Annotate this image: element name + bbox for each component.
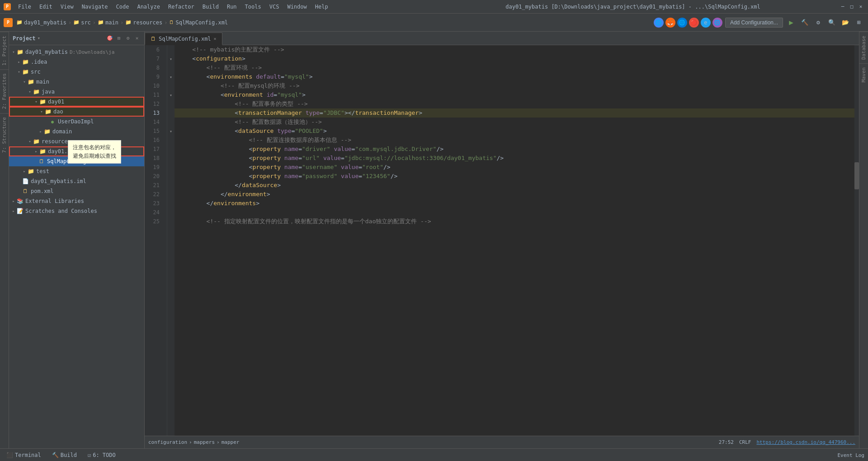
maximize-button[interactable]: □: [848, 3, 855, 10]
menu-run[interactable]: Run: [223, 3, 241, 11]
menu-analyze[interactable]: Analyze: [133, 3, 164, 11]
code-line-19: <property name="username" value="root"/>: [175, 163, 854, 172]
editor-scrollbar-thumb[interactable]: [854, 162, 859, 189]
breadcrumb-file[interactable]: SqlMapConfig.xml: [175, 19, 228, 26]
build-panel-button[interactable]: 🔨 Build: [49, 451, 80, 459]
window-title: day01_mybatis [D:\Downloads\java_project…: [427, 4, 839, 10]
tab-close-button[interactable]: ✕: [214, 36, 217, 41]
code-line-15: <dataSource type="POOLED">: [175, 127, 854, 136]
status-bar: configuration › mappers › mapper 27:52 C…: [145, 436, 859, 448]
fold-indicator-11[interactable]: ▾: [167, 90, 175, 99]
breadcrumb-mappers[interactable]: mappers: [194, 439, 215, 445]
breadcrumb-project[interactable]: day01_mybatis: [24, 19, 66, 26]
tree-label-domain: domain: [52, 128, 72, 135]
tree-item-main[interactable]: ▾ 📁 main: [9, 77, 144, 87]
minimize-button[interactable]: ─: [839, 3, 846, 10]
other-browser-icon[interactable]: 🌐: [712, 18, 722, 28]
tree-item-domain[interactable]: ▸ 📁 domain: [9, 127, 144, 136]
menu-window[interactable]: Window: [283, 3, 310, 11]
code-content[interactable]: <!-- mybatis的主配置文件 --> <configuration> <…: [175, 45, 854, 436]
menu-view[interactable]: View: [57, 3, 77, 11]
code-line-23: </environments>: [175, 199, 854, 208]
favorites-panel-tab[interactable]: 2: Favorites: [0, 69, 9, 113]
tree-item-test[interactable]: ▸ 📁 test: [9, 166, 144, 176]
tree-item-java[interactable]: ▾ 📁 java: [9, 87, 144, 97]
tree-item-pom[interactable]: 🗒 pom.xml: [9, 186, 144, 196]
breadcrumb-src[interactable]: src: [81, 19, 91, 26]
toolbar-logo: P: [4, 18, 13, 27]
tree-item-external-libraries[interactable]: ▸ 📚 External Libraries: [9, 196, 144, 206]
menu-build[interactable]: Build: [199, 3, 222, 11]
event-log-button[interactable]: Event Log: [837, 452, 864, 458]
fold-indicator-9[interactable]: ▾: [167, 72, 175, 81]
project-panel-tab[interactable]: 1: Project: [0, 32, 9, 69]
tree-item-day01[interactable]: ▾ 📁 day01: [9, 97, 144, 107]
expand-all-button[interactable]: ⊞: [115, 35, 123, 42]
add-configuration-button[interactable]: Add Configuration...: [725, 18, 783, 28]
scratches-icon: 📝: [16, 207, 24, 215]
annotation-line1: 注意包名的对应，: [73, 143, 116, 152]
edge-icon[interactable]: 🌐: [677, 18, 687, 28]
code-line-10: <!-- 配置mysql的环境 -->: [175, 81, 854, 90]
todo-button[interactable]: ☑ 6: TODO: [85, 451, 118, 459]
menu-refactor[interactable]: Refactor: [165, 3, 198, 11]
fold-indicator-7[interactable]: ▾: [167, 54, 175, 63]
tree-item-idea[interactable]: ▸ 📁 .idea: [9, 57, 144, 67]
terminal-button[interactable]: ⬛ Terminal: [4, 451, 44, 459]
open-file-button[interactable]: 📂: [840, 17, 851, 28]
tree-item-userdaoimpl[interactable]: ● UserDaoImpl: [9, 117, 144, 127]
window-controls: ─ □ ✕: [839, 3, 864, 10]
breadcrumb-main[interactable]: main: [105, 19, 118, 26]
settings-button[interactable]: ⚙: [813, 17, 824, 28]
chrome-icon[interactable]: 🌐: [654, 18, 664, 28]
status-link[interactable]: https://blog.csdn.io/qq_447960...: [756, 439, 855, 445]
ie-icon[interactable]: e: [701, 18, 711, 28]
tree-label-idea: .idea: [31, 59, 47, 65]
tree-item-dao[interactable]: ▾ 📁 dao: [9, 107, 144, 117]
main-toolbar: P 📁 day01_mybatis › 📁 src › 📁 main › 📁 r…: [0, 14, 868, 32]
database-panel-tab[interactable]: Database: [859, 32, 868, 63]
menu-navigate[interactable]: Navigate: [78, 3, 112, 11]
menu-vcs[interactable]: VCS: [266, 3, 283, 11]
maven-panel-tab[interactable]: Maven: [859, 63, 868, 86]
close-button[interactable]: ✕: [857, 3, 864, 10]
tree-label-java: java: [42, 89, 55, 95]
search-everywhere-button[interactable]: 🔍: [826, 17, 837, 28]
folder-java-icon: 📁: [33, 88, 40, 95]
menu-help[interactable]: Help: [311, 3, 332, 11]
run-button[interactable]: ▶: [786, 17, 797, 28]
build-button[interactable]: 🔨: [799, 17, 810, 28]
tree-item-src[interactable]: ▾ 📁 src: [9, 67, 144, 77]
left-vertical-tabs: 1: Project 2: Favorites 7: Structure: [0, 32, 9, 448]
project-tree: ▾ 📁 day01_mybatis D:\Downloads\ja ▸ 📁 .i…: [9, 45, 144, 448]
breadcrumb: 📁 day01_mybatis › 📁 src › 📁 main › 📁 res…: [16, 19, 228, 26]
folder-src-icon: 📁: [22, 68, 29, 75]
code-line-20: <property name="password" value="123456"…: [175, 172, 854, 181]
layout-button[interactable]: ⊞: [854, 17, 864, 28]
iml-file-icon: 📄: [22, 178, 29, 185]
editor-area: 🗒 SqlMapConfig.xml ✕ 6 7 8 9 10 11 12 13…: [145, 32, 859, 448]
locate-file-button[interactable]: 🎯: [106, 35, 113, 42]
breadcrumb-resources[interactable]: resources: [133, 19, 162, 26]
menu-file[interactable]: File: [14, 3, 35, 11]
panel-settings-button[interactable]: ⚙: [124, 35, 132, 42]
editor-scrollbar[interactable]: [854, 45, 859, 436]
fold-indicator-15[interactable]: ▾: [167, 127, 175, 136]
tree-item-iml[interactable]: 📄 day01_mybatis.iml: [9, 176, 144, 186]
folder-domain-icon: 📁: [43, 128, 51, 135]
close-panel-button[interactable]: ✕: [133, 35, 141, 42]
menu-code[interactable]: Code: [113, 3, 133, 11]
editor-tab-sqlmapconfig[interactable]: 🗒 SqlMapConfig.xml ✕: [145, 33, 222, 45]
code-line-11: <environment id="mysql">: [175, 90, 854, 99]
opera-icon[interactable]: 🔴: [689, 18, 699, 28]
code-line-8: <!-- 配置环境 -->: [175, 63, 854, 72]
firefox-icon[interactable]: 🦊: [665, 18, 675, 28]
menu-edit[interactable]: Edit: [36, 3, 56, 11]
breadcrumb-mapper[interactable]: mapper: [222, 439, 240, 445]
bottom-bar: ⬛ Terminal 🔨 Build ☑ 6: TODO Event Log: [0, 448, 868, 461]
menu-tools[interactable]: Tools: [241, 3, 265, 11]
structure-panel-tab[interactable]: 7: Structure: [0, 113, 9, 156]
breadcrumb-configuration[interactable]: configuration: [148, 439, 187, 445]
tree-item-scratches[interactable]: ▸ 📝 Scratches and Consoles: [9, 206, 144, 216]
tree-item-root[interactable]: ▾ 📁 day01_mybatis D:\Downloads\ja: [9, 47, 144, 57]
